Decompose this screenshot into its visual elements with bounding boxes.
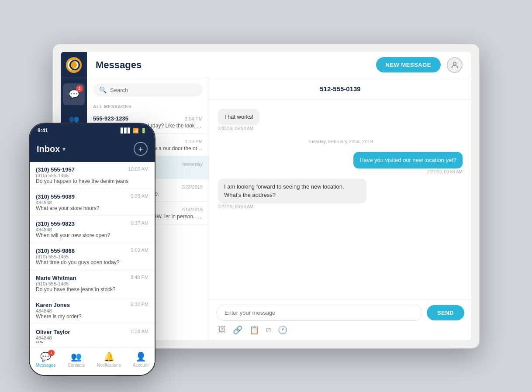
app-logo-icon — [66, 57, 82, 73]
phone-msg-name: Marie Whitman — [36, 275, 76, 281]
chat-toolbar: 🖼 🔗 📋 ⧄ 🕐 — [216, 325, 464, 335]
phone-msg-time: 10:00 AM — [128, 166, 149, 173]
phone-status-bar: 9:41 ▋▋▋ 📶 🔋 — [30, 124, 155, 138]
message-bubble-received: I am looking forward to seeing the new l… — [218, 179, 366, 203]
message-timestamp: 2/22/19, 09:54 AM — [353, 169, 463, 174]
phone-nav-badge: 1 — [48, 350, 55, 356]
phone-msg-name: (310) 555-9868 — [36, 248, 75, 254]
date-divider: Tuesday, February 22nd, 2019 — [218, 139, 463, 144]
phone-msg-sub: 484848 — [36, 308, 149, 313]
message-bubble-received: That works! — [218, 109, 259, 125]
message-time: 2/14/2019 — [181, 207, 203, 212]
phone-app-header: Inbox ▾ ＋ — [30, 138, 155, 162]
laptop-frame: 💬 2 👥 Messages NEW MESSAGE — [52, 43, 480, 349]
chat-input-area: SEND 🖼 🔗 📋 ⧄ 🕐 — [209, 299, 471, 340]
phone-messages-list: (310) 555-1957 10:00 AM (310) 555-1465 D… — [30, 162, 155, 343]
message-time: Yesterday — [181, 162, 203, 167]
phone-nav-contacts[interactable]: 👥 Contacts — [68, 351, 85, 368]
battery-icon: 🔋 — [141, 128, 147, 134]
phone-msg-sub: (310) 555-1465 — [36, 173, 149, 178]
phone-msg-name: (310) 555-9823 — [36, 220, 75, 227]
message-time: 2:04 PM — [185, 116, 203, 121]
phone-msg-time: 8:48 PM — [131, 275, 149, 281]
phone-nav-messages[interactable]: 💬 1 Messages — [36, 351, 56, 368]
message-timestamp: 2/22/19, 09:54 AM — [218, 204, 366, 209]
phone-msg-name: Oliver Taylor — [36, 329, 70, 335]
phone-nav-notifications-icon: 🔔 — [104, 351, 114, 362]
search-box: 🔍 — [93, 83, 203, 96]
phone-msg-sub: 484848 — [36, 200, 149, 205]
message-timestamp: 2/05/19, 09:54 AM — [218, 126, 259, 131]
phone-msg-name: (310) 555-9089 — [36, 193, 75, 200]
phone-inbox-title: Inbox ▾ — [37, 144, 66, 154]
phone-overlay: 9:41 ▋▋▋ 📶 🔋 Inbox ▾ ＋ (310) 555-1957 10… — [29, 123, 155, 376]
messages-badge: 2 — [76, 85, 83, 92]
phone-msg-sub: 484848 — [36, 227, 149, 232]
chat-phone-number: 512-555-0139 — [320, 85, 360, 93]
message-bubble-sent: Have you visited our new location yet? — [353, 152, 463, 168]
phone-nav-contacts-icon: 👥 — [71, 351, 82, 362]
chat-input-row: SEND — [216, 305, 464, 321]
phone-msg-preview: Do you happen to have the denim jeans — [36, 178, 149, 184]
chat-messages: That works! 2/05/19, 09:54 AM Tuesday, F… — [209, 100, 471, 299]
new-message-button[interactable]: NEW MESSAGE — [376, 57, 441, 72]
all-messages-label: ALL MESSAGES — [87, 100, 209, 111]
phone-list-item[interactable]: (310) 555-9868 9:03 AM (310) 555-1465 Wh… — [30, 243, 155, 270]
phone-msg-preview: When will your new store open? — [36, 232, 149, 238]
phone-list-item[interactable]: Marie Whitman 8:48 PM (310) 555-1465 Do … — [30, 270, 155, 297]
search-icon: 🔍 — [99, 86, 107, 93]
note-icon[interactable]: 📋 — [249, 325, 259, 335]
phone-msg-time: 9:03 AM — [131, 248, 149, 254]
phone-msg-preview: What time do you guys open today? — [36, 259, 149, 265]
phone-bottom-nav: 💬 1 Messages 👥 Contacts 🔔 Notifications … — [30, 347, 155, 375]
phone-msg-sub: 484848 — [36, 335, 149, 340]
phone-nav-messages-label: Messages — [36, 363, 56, 368]
phone-list-item[interactable]: Karen Jones 6:32 PM 484848 Where is my o… — [30, 297, 155, 324]
phone-msg-name: Karen Jones — [36, 302, 70, 308]
schedule-icon[interactable]: 🕐 — [278, 325, 287, 335]
send-button[interactable]: SEND — [427, 305, 464, 320]
phone-list-item[interactable]: (310) 555-1957 10:00 AM (310) 555-1465 D… — [30, 162, 155, 189]
phone-nav-messages-icon: 💬 1 — [40, 351, 51, 362]
phone-list-item[interactable]: (310) 555-9823 9:17 AM 484848 When will … — [30, 216, 155, 243]
search-input[interactable] — [110, 87, 197, 93]
phone-msg-time: 8:38 AM — [131, 329, 149, 335]
sidebar-logo — [61, 52, 87, 78]
phone-list-item[interactable]: (310) 555-9089 9:33 AM 484848 What are y… — [30, 189, 155, 216]
phone-msg-preview: Do you have these jeans in stock? — [36, 286, 149, 292]
phone-nav-account-icon: 👤 — [135, 351, 146, 362]
app-header: Messages NEW MESSAGE — [87, 52, 471, 78]
svg-point-0 — [453, 62, 456, 65]
phone-msg-preview: Wh... — [36, 340, 149, 343]
phone-nav-account[interactable]: 👤 Account — [133, 351, 149, 368]
message-input[interactable] — [216, 305, 422, 321]
phone-msg-time: 6:32 PM — [131, 302, 149, 308]
phone-msg-preview: Where is my order? — [36, 313, 149, 320]
link-icon[interactable]: 🔗 — [233, 325, 242, 335]
messages-panel-header: 🔍 — [87, 78, 209, 100]
template-icon[interactable]: ⧄ — [266, 325, 271, 335]
phone-nav-notifications[interactable]: 🔔 Notifications — [97, 351, 121, 368]
message-time: 1:10 PM — [185, 139, 203, 144]
chat-panel: 512-555-0139 That works! 2/05/19, 09:54 … — [209, 78, 471, 340]
sidebar-item-messages[interactable]: 💬 2 — [63, 83, 85, 105]
phone-nav-notifications-label: Notifications — [97, 363, 121, 368]
phone-compose-button[interactable]: ＋ — [134, 142, 148, 156]
phone-msg-time: 9:17 AM — [131, 220, 149, 227]
message-phone: 555-923-1235 — [93, 115, 128, 122]
phone-time: 9:41 — [38, 127, 48, 134]
phone-msg-preview: What are your store hours? — [36, 205, 149, 211]
phone-list-item[interactable]: Oliver Taylor 8:38 AM 484848 Wh... — [30, 324, 155, 343]
phone-nav-account-label: Account — [133, 363, 149, 368]
message-time: 2/23/2019 — [181, 184, 203, 189]
signal-icon: ▋▋▋ — [121, 128, 131, 134]
phone-msg-time: 9:33 AM — [131, 193, 149, 200]
page-title: Messages — [96, 59, 376, 71]
phone-msg-sub: (310) 555-1465 — [36, 281, 149, 286]
phone-nav-contacts-label: Contacts — [68, 363, 85, 368]
image-icon[interactable]: 🖼 — [218, 325, 226, 335]
wifi-icon: 📶 — [133, 128, 139, 134]
chevron-down-icon: ▾ — [62, 146, 66, 152]
chat-header: 512-555-0139 — [209, 78, 471, 100]
user-avatar-button[interactable] — [447, 57, 463, 73]
